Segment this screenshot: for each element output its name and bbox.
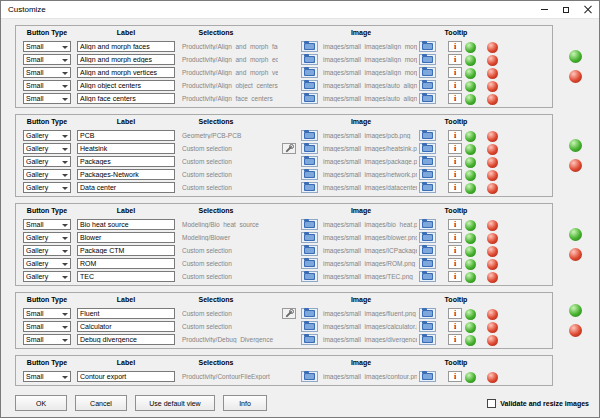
tooltip-edit-button[interactable] [448,93,462,104]
group-add-button[interactable] [569,139,582,152]
add-row-button[interactable] [465,94,476,105]
label-field[interactable] [77,334,175,345]
remove-row-button[interactable] [487,220,498,231]
tooltip-edit-button[interactable] [448,371,462,382]
wrench-button[interactable] [282,143,296,154]
group-add-button[interactable] [569,228,582,241]
tooltip-edit-button[interactable] [448,156,462,167]
browse-image-button-2[interactable] [419,371,436,382]
ok-button[interactable]: OK [15,395,67,411]
add-row-button[interactable] [465,157,476,168]
tooltip-edit-button[interactable] [448,80,462,91]
add-row-button[interactable] [465,131,476,142]
close-button[interactable] [577,1,599,18]
tooltip-edit-button[interactable] [448,258,462,269]
remove-row-button[interactable] [487,322,498,333]
browse-image-button-2[interactable] [419,245,436,256]
browse-image-button[interactable] [301,308,318,319]
tooltip-edit-button[interactable] [448,54,462,65]
group-remove-button[interactable] [569,159,582,172]
tooltip-edit-button[interactable] [448,169,462,180]
browse-image-button[interactable] [301,245,318,256]
button-type-select[interactable]: Gallery [23,271,71,282]
browse-image-button[interactable] [301,130,318,141]
browse-image-button-2[interactable] [419,308,436,319]
button-type-select[interactable]: Small [23,80,71,91]
label-field[interactable] [77,271,175,282]
tooltip-edit-button[interactable] [448,182,462,193]
browse-image-button[interactable] [301,80,318,91]
use-default-view-button[interactable]: Use default view [135,395,215,411]
label-field[interactable] [77,93,175,104]
browse-image-button[interactable] [301,182,318,193]
browse-image-button[interactable] [301,67,318,78]
add-row-button[interactable] [465,372,476,383]
add-row-button[interactable] [465,144,476,155]
add-row-button[interactable] [465,55,476,66]
add-row-button[interactable] [465,272,476,283]
add-row-button[interactable] [465,183,476,194]
label-field[interactable] [77,308,175,319]
browse-image-button-2[interactable] [419,143,436,154]
remove-row-button[interactable] [487,42,498,53]
browse-image-button[interactable] [301,232,318,243]
button-type-select[interactable]: Gallery [23,156,71,167]
browse-image-button[interactable] [301,219,318,230]
label-field[interactable] [77,321,175,332]
cancel-button[interactable]: Cancel [75,395,127,411]
browse-image-button-2[interactable] [419,130,436,141]
tooltip-edit-button[interactable] [448,67,462,78]
label-field[interactable] [77,371,175,382]
browse-image-button-2[interactable] [419,271,436,282]
button-type-select[interactable]: Gallery [23,143,71,154]
label-field[interactable] [77,41,175,52]
tooltip-edit-button[interactable] [448,41,462,52]
label-field[interactable] [77,54,175,65]
label-field[interactable] [77,80,175,91]
browse-image-button-2[interactable] [419,67,436,78]
wrench-button[interactable] [282,308,296,319]
group-remove-button[interactable] [569,70,582,83]
maximize-button[interactable] [555,1,577,18]
remove-row-button[interactable] [487,170,498,181]
button-type-select[interactable]: Gallery [23,245,71,256]
browse-image-button[interactable] [301,371,318,382]
browse-image-button-2[interactable] [419,258,436,269]
button-type-select[interactable]: Small [23,41,71,52]
add-row-button[interactable] [465,68,476,79]
tooltip-edit-button[interactable] [448,143,462,154]
tooltip-edit-button[interactable] [448,308,462,319]
tooltip-edit-button[interactable] [448,271,462,282]
label-field[interactable] [77,169,175,180]
remove-row-button[interactable] [487,259,498,270]
label-field[interactable] [77,182,175,193]
browse-image-button-2[interactable] [419,232,436,243]
browse-image-button-2[interactable] [419,93,436,104]
tooltip-edit-button[interactable] [448,219,462,230]
tooltip-edit-button[interactable] [448,321,462,332]
browse-image-button[interactable] [301,156,318,167]
remove-row-button[interactable] [487,335,498,346]
button-type-select[interactable]: Small [23,67,71,78]
remove-row-button[interactable] [487,94,498,105]
button-type-select[interactable]: Small [23,308,71,319]
remove-row-button[interactable] [487,157,498,168]
button-type-select[interactable]: Small [23,371,71,382]
add-row-button[interactable] [465,233,476,244]
add-row-button[interactable] [465,220,476,231]
label-field[interactable] [77,219,175,230]
browse-image-button[interactable] [301,271,318,282]
remove-row-button[interactable] [487,272,498,283]
label-field[interactable] [77,232,175,243]
tooltip-edit-button[interactable] [448,232,462,243]
remove-row-button[interactable] [487,144,498,155]
browse-image-button-2[interactable] [419,41,436,52]
tooltip-edit-button[interactable] [448,130,462,141]
add-row-button[interactable] [465,322,476,333]
browse-image-button-2[interactable] [419,156,436,167]
label-field[interactable] [77,143,175,154]
button-type-select[interactable]: Small [23,321,71,332]
add-row-button[interactable] [465,246,476,257]
browse-image-button[interactable] [301,321,318,332]
browse-image-button[interactable] [301,41,318,52]
